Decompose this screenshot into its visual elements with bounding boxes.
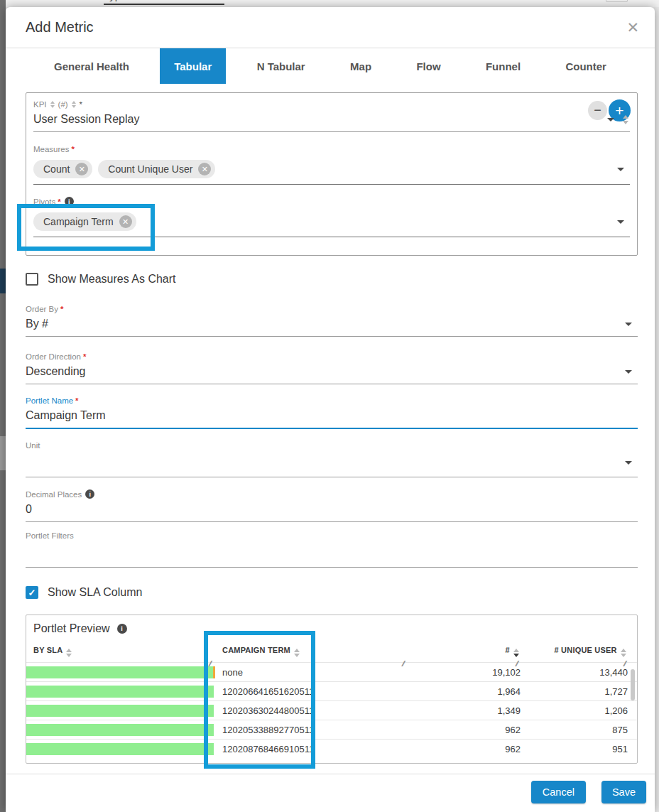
cell-unique-user: 1,206 [522,705,628,716]
portlet-filters-input[interactable] [26,542,638,568]
cell-unique-user: 875 [522,725,628,735]
cell-count: 962 [408,725,522,735]
chevron-down-icon[interactable] [625,461,632,465]
chevron-down-icon[interactable] [607,118,614,121]
tab-tabular[interactable]: Tabular [160,48,226,84]
kpi-group-box: − + KPI (#) * User Session Replay Measur… [26,92,638,256]
order-by-field: Order By* By # [26,305,638,337]
pivot-chip: Campaign Term ✕ [33,212,136,231]
sort-arrows-icon[interactable] [621,649,626,657]
save-button[interactable]: Save [601,781,646,803]
chevron-down-icon[interactable] [625,323,632,326]
sort-arrows-icon[interactable] [66,649,72,657]
add-metric-modal: Add Metric ✕ General Health Tabular N Ta… [6,7,655,812]
chevron-down-icon[interactable] [625,370,632,374]
column-resize-handle[interactable]: ⁄⁄ [403,660,403,668]
show-measures-chart-row: Show Measures As Chart [26,273,638,286]
cell-unique-user: 13,440 [522,667,628,678]
column-resize-handle[interactable]: ⁄⁄ [516,660,517,668]
sla-marker [213,666,215,678]
column-header-by-sla[interactable]: BY SLA [26,646,215,657]
sla-bar [26,743,214,755]
remove-chip-icon[interactable]: ✕ [75,163,88,175]
cell-campaign-term: 120206641651620511 [215,686,408,697]
portlet-name-input[interactable]: Campaign Term [26,407,638,429]
sort-arrows-icon [50,101,55,108]
order-by-select[interactable]: By # [26,315,638,337]
measure-chip: Count ✕ [33,160,92,178]
cell-count: 1,964 [408,686,522,697]
unit-select[interactable] [26,452,638,477]
date-range-field[interactable]: 05/16/2024 12:00 AM - 05/23/2024 12:00 A… [339,0,552,2]
column-resize-handle[interactable]: ⁄⁄ [624,660,625,668]
table-row: 120206641651620511 1,964 1,727 [26,681,637,700]
portlet-preview-title: Portlet Preview [33,622,110,635]
sidebar-segment [0,436,6,470]
show-sla-row: ✓ Show SLA Column [26,586,638,599]
sort-arrows-icon [72,101,76,108]
stepper-icon[interactable] [623,115,628,124]
info-icon[interactable]: i [117,624,127,634]
table-row: 120208768466910511 962 951 [26,739,637,758]
cell-campaign-term: none [215,667,408,678]
measures-select[interactable]: Count ✕ Count Unique User ✕ [33,157,630,185]
cell-count: 962 [408,744,522,754]
column-header-unique-user[interactable]: # UNIQUE USER [522,646,628,657]
pivots-select[interactable]: Campaign Term ✕ [33,210,630,237]
timezone-badge: UTC [606,0,628,2]
cell-unique-user: 1,727 [522,686,628,697]
tab-flow[interactable]: Flow [402,48,454,84]
kpi-select[interactable]: User Session Replay [33,111,630,132]
unit-field: Unit [26,441,638,477]
pivots-label: Pivots* i [33,197,630,206]
info-icon[interactable]: i [85,489,94,499]
cancel-button[interactable]: Cancel [531,781,586,803]
show-measures-chart-checkbox[interactable] [26,273,38,286]
modal-footer: Cancel Save [6,774,655,810]
table-scrollbar[interactable] [631,669,635,700]
page-title: Add Metric [26,19,94,36]
tab-bar: General Health Tabular N Tabular Map Flo… [6,48,655,84]
tab-general-health[interactable]: General Health [40,48,143,84]
tab-map[interactable]: Map [336,48,386,84]
background-select-field[interactable]: Type or select below [104,0,224,5]
chevron-down-icon[interactable] [617,168,624,171]
decimal-places-input[interactable]: 0 [26,501,638,522]
preview-table: BY SLA CAMPAIGN TERM # # UNIQUE USER [26,641,637,758]
tab-n-tabular[interactable]: N Tabular [243,48,320,84]
chevron-down-icon[interactable] [617,220,624,224]
close-icon[interactable]: ✕ [626,20,639,35]
sla-bar [26,666,213,678]
portlet-filters-field: Portlet Filters [26,531,638,568]
show-sla-label: Show SLA Column [48,586,142,599]
show-measures-chart-label: Show Measures As Chart [48,273,176,286]
table-row: 120203630244800511 1,349 1,206 [26,700,637,720]
decimal-places-value: 0 [26,503,636,516]
measure-chip: Count Unique User ✕ [98,160,215,178]
tab-funnel[interactable]: Funnel [472,48,535,84]
portlet-name-value: Campaign Term [26,409,636,422]
column-header-count[interactable]: # [408,646,522,657]
background-topbar: Type or select below 05/16/2024 12:00 AM… [6,0,659,7]
cell-count: 19,102 [408,667,522,678]
table-header-row: BY SLA CAMPAIGN TERM # # UNIQUE USER [26,641,637,662]
cell-campaign-term: 120205338892770511 [215,725,408,735]
table-row: 120205338892770511 962 875 [26,720,637,739]
sort-arrows-icon[interactable] [513,649,519,657]
show-sla-checkbox[interactable]: ✓ [26,586,38,599]
kpi-label: KPI (#) * [33,100,630,109]
sort-arrows-icon[interactable] [294,649,300,657]
info-icon[interactable]: i [65,197,74,206]
portlet-name-field: Portlet Name* Campaign Term [26,396,638,429]
cell-campaign-term: 120208768466910511 [215,744,408,754]
remove-chip-icon[interactable]: ✕ [198,163,211,175]
measures-label: Measures* [33,145,630,153]
order-direction-select[interactable]: Descending [26,363,638,384]
sidebar-segment [0,269,6,293]
remove-chip-icon[interactable]: ✕ [119,215,132,228]
tab-counter[interactable]: Counter [551,48,621,84]
cell-unique-user: 951 [522,744,628,754]
order-direction-value: Descending [26,365,621,378]
column-header-campaign-term[interactable]: CAMPAIGN TERM [215,646,408,657]
table-row: none 19,102 13,440 [26,662,637,681]
